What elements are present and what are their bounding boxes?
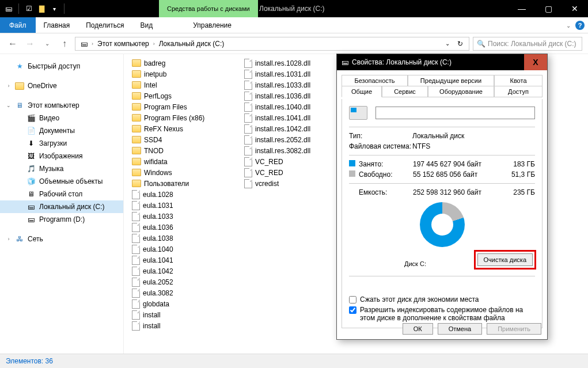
list-item[interactable]: eula.1033: [124, 211, 236, 222]
index-checkbox[interactable]: [349, 306, 356, 314]
search-input[interactable]: 🔍 Поиск: Локальный диск (C:): [473, 37, 582, 51]
sidebar-item[interactable]: 🧊Объемные объекты: [0, 175, 123, 188]
list-item[interactable]: globdata: [124, 298, 236, 309]
navigation-pane: ★ Быстрый доступ › OneDrive ⌄🖥 Этот комп…: [0, 54, 124, 354]
list-item[interactable]: eula.1041: [124, 255, 236, 265]
disk-cleanup-button[interactable]: Очистка диска: [477, 253, 533, 266]
list-item[interactable]: Program Files (x86): [124, 112, 236, 123]
list-item[interactable]: install: [124, 309, 236, 320]
help-icon[interactable]: ?: [575, 21, 585, 30]
item-icon: 📄: [26, 126, 36, 135]
breadcrumb[interactable]: 🖴 › Этот компьютер › Локальный диск (C:)…: [75, 37, 469, 51]
tab-security[interactable]: Безопасность: [342, 75, 408, 86]
maximize-button[interactable]: ▢: [535, 0, 562, 17]
list-item[interactable]: install.res.1042.dll: [236, 123, 348, 134]
close-button[interactable]: ✕: [562, 0, 588, 17]
checkbox-icon[interactable]: ☑: [24, 3, 34, 14]
list-item[interactable]: inetpub: [124, 69, 236, 79]
list-item[interactable]: wifidata: [124, 156, 236, 167]
forward-button[interactable]: →: [23, 37, 37, 51]
sidebar-item-network[interactable]: ›🖧 Сеть: [0, 233, 123, 245]
list-item[interactable]: SSD4: [124, 134, 236, 145]
list-item[interactable]: install.res.1036.dll: [236, 90, 348, 101]
drive-icon: 🖴: [78, 37, 90, 50]
list-item[interactable]: install.res.1041.dll: [236, 112, 348, 123]
list-item[interactable]: install.res.1028.dll: [236, 58, 348, 69]
sidebar-item[interactable]: ⬇Загрузки: [0, 137, 123, 150]
tab-hardware[interactable]: Оборудование: [428, 86, 494, 97]
list-item[interactable]: eula.1028: [124, 189, 236, 200]
list-item[interactable]: install.res.3082.dll: [236, 145, 348, 156]
history-dropdown-icon[interactable]: ⌄: [441, 37, 454, 50]
list-item[interactable]: ReFX Nexus: [124, 123, 236, 134]
back-button[interactable]: ←: [6, 37, 20, 51]
list-item[interactable]: PerfLogs: [124, 90, 236, 101]
sidebar-item-onedrive[interactable]: › OneDrive: [0, 79, 123, 92]
list-item[interactable]: Program Files: [124, 101, 236, 112]
tab-sharing[interactable]: Доступ: [494, 86, 543, 97]
tab-manage[interactable]: Управление: [185, 17, 240, 33]
list-item[interactable]: eula.1042: [124, 265, 236, 276]
sidebar-item-this-pc[interactable]: ⌄🖥 Этот компьютер: [0, 99, 123, 112]
qat-dropdown-icon[interactable]: ▾: [49, 3, 59, 14]
list-item[interactable]: TNOD: [124, 145, 236, 156]
sidebar-item[interactable]: 🎵Музыка: [0, 162, 123, 175]
list-item[interactable]: eula.1040: [124, 244, 236, 255]
list-item[interactable]: eula.1036: [124, 222, 236, 233]
list-item[interactable]: VC_RED: [236, 167, 348, 178]
list-item[interactable]: badreg: [124, 58, 236, 69]
folder-icon: [132, 114, 141, 122]
compress-checkbox[interactable]: [349, 296, 356, 303]
tab-general[interactable]: Общие: [342, 86, 382, 97]
drive-label: Диск C:: [404, 260, 426, 267]
list-item[interactable]: install.res.1033.dll: [236, 79, 348, 90]
file-icon: [244, 92, 252, 101]
list-item[interactable]: eula.3082: [124, 287, 236, 298]
list-item[interactable]: vcredist: [236, 178, 348, 189]
list-item[interactable]: Windows: [124, 167, 236, 178]
list-item[interactable]: VC_RED: [236, 156, 348, 167]
list-item[interactable]: eula.2052: [124, 276, 236, 287]
ok-button[interactable]: ОК: [403, 323, 433, 335]
list-item[interactable]: eula.1038: [124, 233, 236, 244]
apply-button[interactable]: Применить: [487, 323, 541, 335]
breadcrumb-segment[interactable]: Этот компьютер: [94, 37, 152, 50]
list-item[interactable]: install.res.1031.dll: [236, 69, 348, 79]
cancel-button[interactable]: Отмена: [438, 323, 482, 335]
sidebar-item[interactable]: 🖥Рабочий стол: [0, 188, 123, 200]
drive-icon: 🖴: [342, 58, 348, 66]
tab-share[interactable]: Поделиться: [78, 17, 132, 33]
sidebar-item[interactable]: 🖴Programm (D:): [0, 213, 123, 226]
item-icon: 🎵: [26, 164, 36, 173]
list-item[interactable]: Пользователи: [124, 178, 236, 189]
list-item[interactable]: install.res.2052.dll: [236, 134, 348, 145]
ribbon-expand-icon[interactable]: ⌄: [566, 22, 571, 29]
tab-home[interactable]: Главная: [36, 17, 78, 33]
dialog-titlebar[interactable]: 🖴 Свойства: Локальный диск (C:) X: [337, 54, 547, 70]
sidebar-item[interactable]: 📄Документы: [0, 124, 123, 137]
dialog-close-button[interactable]: X: [524, 54, 547, 70]
refresh-button[interactable]: ↻: [454, 37, 466, 50]
sidebar-item-quick-access[interactable]: ★ Быстрый доступ: [0, 60, 123, 73]
list-item[interactable]: Intel: [124, 79, 236, 90]
list-item[interactable]: install: [124, 320, 236, 331]
list-item[interactable]: eula.1031: [124, 200, 236, 211]
tab-previous-versions[interactable]: Предыдущие версии: [408, 75, 494, 86]
item-icon: 🖥: [26, 189, 36, 199]
tab-tools[interactable]: Сервис: [382, 86, 428, 97]
sidebar-item[interactable]: 🖼Изображения: [0, 150, 123, 162]
folder-icon[interactable]: ▇: [36, 3, 47, 14]
tab-quota[interactable]: Квота: [494, 75, 543, 86]
recent-dropdown-icon[interactable]: ⌄: [40, 37, 54, 51]
file-icon: [244, 124, 252, 134]
sidebar-item[interactable]: 🎬Видео: [0, 112, 123, 124]
up-button[interactable]: ↑: [58, 37, 71, 51]
folder-icon: [132, 147, 141, 154]
list-item[interactable]: install.res.1040.dll: [236, 101, 348, 112]
minimize-button[interactable]: —: [509, 0, 535, 17]
file-tab[interactable]: Файл: [0, 17, 36, 33]
breadcrumb-segment[interactable]: Локальный диск (C:): [156, 37, 227, 50]
volume-label-input[interactable]: [375, 107, 535, 119]
tab-view[interactable]: Вид: [132, 17, 161, 33]
sidebar-item[interactable]: 🖴Локальный диск (C:): [0, 200, 123, 213]
